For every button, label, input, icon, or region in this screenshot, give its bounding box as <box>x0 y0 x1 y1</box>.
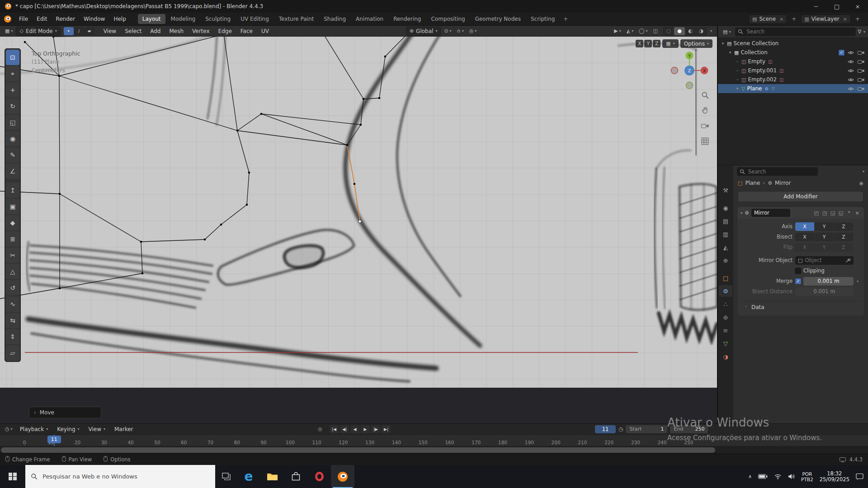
menu-render[interactable]: Render <box>52 14 79 23</box>
viewport-menu-mesh[interactable]: Mesh <box>165 27 188 36</box>
mesh-edge[interactable] <box>237 114 261 131</box>
navigation-gizmo[interactable]: X Y Z <box>665 46 714 95</box>
properties-tab-physics[interactable]: ⊚ <box>719 311 732 323</box>
mesh-edge[interactable] <box>224 37 237 131</box>
tool-rotate[interactable]: ↻ <box>6 99 19 114</box>
mirror-x-toggle[interactable]: X <box>636 40 643 47</box>
mesh-vertex[interactable] <box>204 239 206 241</box>
pan-button[interactable] <box>700 105 710 115</box>
playback-jump-to-end[interactable]: ▶| <box>382 425 391 433</box>
bisect-y-toggle[interactable]: Y <box>815 233 834 241</box>
viewport-menu-edge[interactable]: Edge <box>214 27 236 36</box>
expand-caret[interactable]: ▾ <box>741 211 742 215</box>
mesh-vertex[interactable] <box>52 37 55 38</box>
sync-button[interactable]: ◎ <box>316 425 325 433</box>
render-toggle[interactable]: ◱ <box>837 210 844 216</box>
new-scene-button[interactable]: + <box>790 15 798 23</box>
workspace-tab-compositing[interactable]: Compositing <box>426 14 469 24</box>
mesh-edge[interactable] <box>59 76 237 131</box>
mesh-edge[interactable] <box>60 194 141 242</box>
active-vertex[interactable] <box>359 220 361 223</box>
editor-type-button[interactable]: ▦ ▾ <box>3 27 15 35</box>
options-dropdown[interactable]: Options ▾ <box>680 39 712 48</box>
viewport-menu-face[interactable]: Face <box>236 27 257 36</box>
new-viewlayer-button[interactable]: + <box>854 15 862 23</box>
viewport-menu-uv[interactable]: UV <box>257 27 273 36</box>
mesh-edge[interactable] <box>205 225 221 239</box>
mesh-edge[interactable] <box>247 173 249 205</box>
gizmos-button[interactable]: ◭ ▾ <box>624 27 636 35</box>
outliner-search-input[interactable] <box>745 28 853 35</box>
expand-caret[interactable]: ▾ <box>735 86 740 91</box>
mesh-vertex[interactable] <box>220 224 222 226</box>
workspace-tab-rendering[interactable]: Rendering <box>389 14 425 24</box>
tool-select-box[interactable]: ⊡ <box>6 50 19 65</box>
mesh-vertex[interactable] <box>140 241 142 243</box>
toggle-ortho-button[interactable] <box>700 136 710 146</box>
shading-dropdown-button[interactable]: ▾ <box>708 28 714 34</box>
mesh-vertex[interactable] <box>59 193 61 195</box>
shading-solid-button[interactable]: ● <box>674 27 685 35</box>
maximize-button[interactable]: □ <box>826 0 847 13</box>
modifier-name-field[interactable]: Mirror <box>751 209 790 217</box>
timeline-editor-type-button[interactable]: ◷ ▾ <box>3 425 15 433</box>
timeline-menu-marker[interactable]: Marker <box>110 425 137 434</box>
filter-icon[interactable]: ∇ <box>858 29 861 35</box>
on-cage-toggle[interactable]: ◰ <box>813 210 820 216</box>
timeline-menu-view[interactable]: View▾ <box>85 425 110 434</box>
mesh-edge[interactable] <box>221 205 247 225</box>
playhead-frame-badge[interactable]: 11 <box>47 436 61 443</box>
shading-rendered-button[interactable]: ◑ <box>696 27 707 35</box>
workspace-tab-scripting[interactable]: Scripting <box>526 14 559 24</box>
viewport-menu-view[interactable]: View <box>99 27 120 36</box>
tool-bevel[interactable]: ◆ <box>6 215 19 230</box>
close-button[interactable]: × <box>847 0 868 13</box>
tool-move[interactable]: + <box>6 82 19 98</box>
workspace-tab-texture-paint[interactable]: Texture Paint <box>274 14 318 24</box>
breadcrumb-modifier[interactable]: Mirror <box>775 180 791 186</box>
viewport-menu-vertex[interactable]: Vertex <box>188 27 214 36</box>
snap-base-button[interactable]: ▦ ▾ <box>662 39 678 48</box>
workspace-tab-modeling[interactable]: Modeling <box>166 14 200 24</box>
timeline-ruler[interactable]: 0102030405060708090100110120130140150160… <box>0 435 868 446</box>
hide-viewport-icon[interactable] <box>846 50 855 55</box>
snap-toggle[interactable]: ∩ ▾ <box>455 27 466 35</box>
properties-tab-render[interactable]: ◉ <box>719 202 732 214</box>
scene-selector[interactable]: ▤ Scene × <box>749 14 787 24</box>
overlays-button[interactable]: ◯ ▾ <box>637 27 650 35</box>
properties-tab-material[interactable]: ◑ <box>719 351 732 362</box>
mesh-edge[interactable] <box>59 76 60 194</box>
current-frame-field[interactable]: 11 <box>595 425 616 433</box>
tool-poly-build[interactable]: △ <box>6 264 19 279</box>
frame-end-field[interactable]: End 250 <box>670 425 708 433</box>
expand-caret[interactable]: › <box>735 68 740 73</box>
merge-checkbox[interactable]: ✓ <box>795 278 801 284</box>
menu-help[interactable]: Help <box>109 14 130 23</box>
shading-wireframe-button[interactable]: ◌ <box>663 27 674 35</box>
outliner-row-scene-collection[interactable]: ▾▤Scene Collection <box>718 39 868 48</box>
playback-prev-keyframe[interactable]: ◀| <box>340 425 349 433</box>
mesh-edge[interactable] <box>141 242 142 273</box>
merge-threshold-field[interactable]: 0.001 m <box>803 277 854 286</box>
collection-checkbox[interactable]: ✓ <box>839 50 844 56</box>
battery-icon[interactable] <box>758 474 768 479</box>
workspace-tab-uv-editing[interactable]: UV Editing <box>236 14 274 24</box>
mesh-vertex[interactable] <box>354 183 356 185</box>
expand-caret[interactable]: › <box>735 77 740 82</box>
mesh-edge[interactable] <box>237 131 249 173</box>
viewport-3d[interactable]: ▦ ▾ ◇ Edit Mode ▾ • ∕ ▰ ViewSelectAddMes… <box>0 26 717 423</box>
disable-render-icon[interactable] <box>857 77 865 82</box>
frame-start-field[interactable]: Start 1 <box>626 425 667 433</box>
mesh-vertex[interactable] <box>248 172 250 174</box>
workspace-tab-geometry-nodes[interactable]: Geometry Nodes <box>471 14 525 24</box>
tool-smooth[interactable]: ∿ <box>6 296 19 312</box>
tool-rip-region[interactable]: ▱ <box>6 345 19 361</box>
tool-loop-cut[interactable]: ≣ <box>6 231 19 247</box>
disable-render-icon[interactable] <box>857 86 865 91</box>
edit-mesh[interactable] <box>0 37 717 388</box>
edit-mode-toggle[interactable]: ◳ <box>821 210 828 216</box>
data-subpanel-header[interactable]: › Data <box>742 301 859 311</box>
mesh-edge[interactable] <box>361 99 363 125</box>
edge-select-mode[interactable]: ∕ <box>74 27 84 35</box>
outliner-row-plane[interactable]: ▾▽Plane⚙▽ <box>718 84 868 93</box>
